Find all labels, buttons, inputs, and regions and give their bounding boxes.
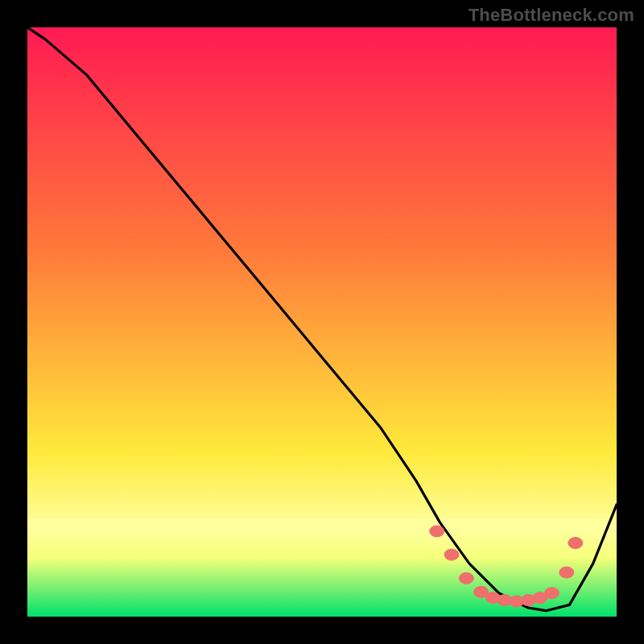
- benchmark-dot: [568, 538, 583, 549]
- benchmark-dot: [430, 526, 444, 537]
- benchmark-dot: [444, 549, 459, 560]
- watermark-text: TheBottleneck.com: [469, 5, 634, 26]
- plot-area: [27, 27, 617, 617]
- pale-band: [27, 518, 617, 533]
- benchmark-dot: [559, 567, 574, 578]
- chart-stage: TheBottleneck.com: [0, 0, 644, 644]
- benchmark-dot: [545, 588, 559, 599]
- benchmark-dot: [459, 572, 473, 584]
- chart-svg: [27, 27, 617, 617]
